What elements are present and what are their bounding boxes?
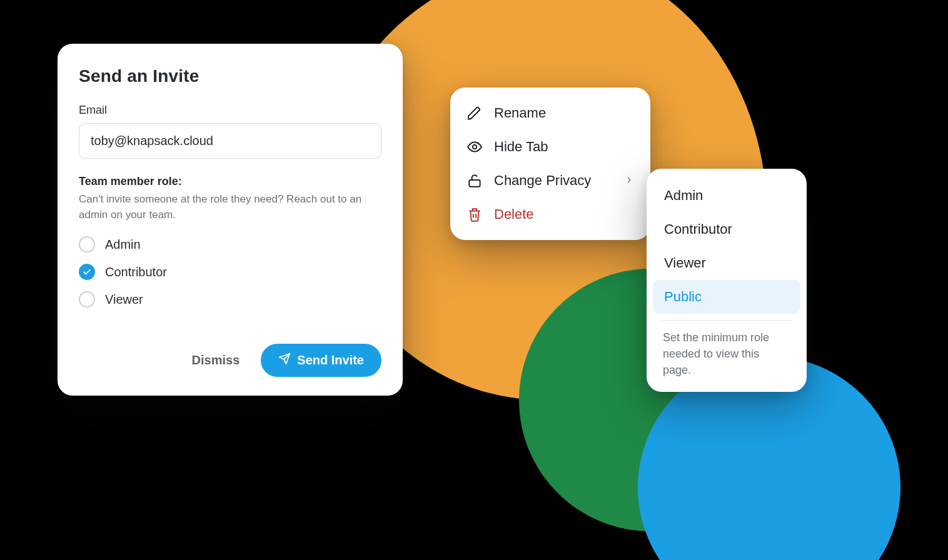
role-radio-admin[interactable]: Admin [79,236,381,252]
svg-rect-1 [469,180,480,187]
send-icon [278,352,291,368]
menu-item-change-privacy[interactable]: Change Privacy [454,164,647,198]
privacy-option-contributor[interactable]: Contributor [653,212,800,246]
svg-point-0 [473,145,477,149]
radio-bubble [79,236,95,252]
email-field[interactable] [79,123,381,159]
role-radio-viewer[interactable]: Viewer [79,291,381,308]
role-helper-text: Can't invite someone at the role they ne… [79,192,379,222]
dialog-title: Send an Invite [79,66,381,86]
divider [660,320,793,321]
privacy-submenu: AdminContributorViewerPublicSet the mini… [647,169,807,392]
send-invite-label: Send Invite [297,353,364,368]
role-radio-label: Admin [105,238,141,252]
privacy-help-text: Set the minimum role needed to view this… [653,329,800,378]
menu-item-label: Delete [494,206,534,222]
role-radio-label: Contributor [105,265,167,279]
privacy-option-public[interactable]: Public [653,280,800,314]
menu-item-label: Change Privacy [494,172,591,189]
send-invite-dialog: Send an Invite Email Team member role: C… [58,44,403,396]
role-radio-group: AdminContributorViewer [79,236,381,308]
menu-item-delete[interactable]: Delete [454,198,647,231]
eye-icon [466,139,483,155]
privacy-option-viewer[interactable]: Viewer [653,246,800,280]
radio-bubble [79,264,95,280]
menu-item-hide-tab[interactable]: Hide Tab [454,130,647,164]
send-invite-button[interactable]: Send Invite [261,344,381,377]
role-radio-label: Viewer [105,292,143,307]
menu-item-label: Hide Tab [494,139,548,155]
tab-context-menu: RenameHide TabChange PrivacyDelete [450,88,650,240]
pencil-icon [466,105,483,121]
menu-item-rename[interactable]: Rename [454,96,647,130]
role-radio-contributor[interactable]: Contributor [79,264,381,280]
menu-item-label: Rename [494,105,546,121]
radio-bubble [79,291,95,308]
role-section-title: Team member role: [79,175,381,188]
lock-open-icon [466,172,483,189]
dismiss-button[interactable]: Dismiss [183,347,249,374]
chevron-right-icon [624,172,634,189]
trash-icon [466,206,483,222]
privacy-option-admin[interactable]: Admin [653,179,800,212]
email-label: Email [79,104,381,117]
